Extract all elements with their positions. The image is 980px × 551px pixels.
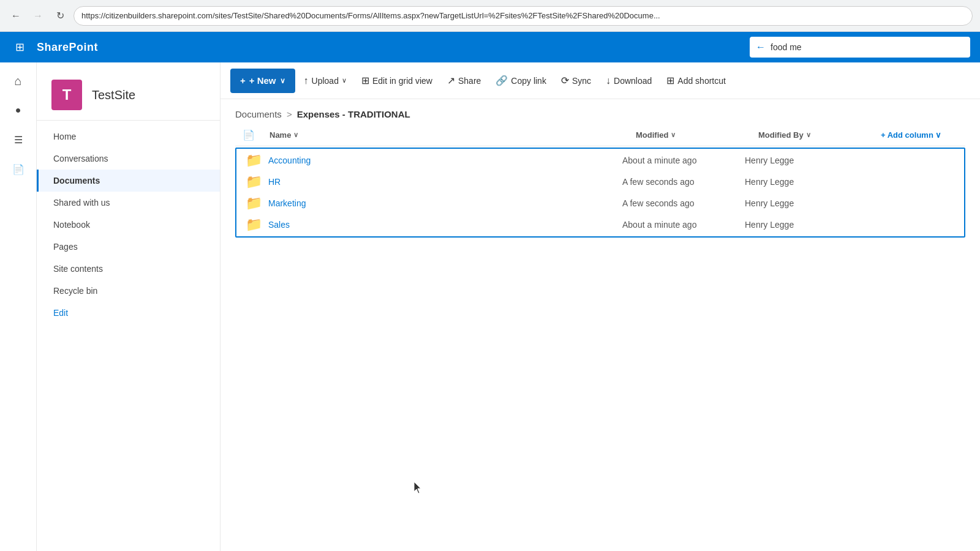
search-input[interactable] [771, 42, 964, 52]
folder-name[interactable]: Sales [268, 220, 290, 230]
address-bar[interactable]: https://citizenbuilders.sharepoint.com/s… [74, 6, 973, 26]
new-plus-icon: + [240, 75, 246, 86]
modified-cell: About a minute ago [622, 156, 745, 165]
site-title: TestSite [92, 88, 135, 102]
sync-button[interactable]: ⟳ Sync [555, 70, 597, 92]
col-modified-by-header[interactable]: Modified By ∨ [751, 124, 873, 146]
copy-link-icon: 🔗 [496, 75, 508, 86]
sync-label: Sync [572, 76, 591, 86]
col-add-header[interactable]: + Add column ∨ [873, 124, 965, 146]
sidebar-item-home[interactable]: Home [37, 126, 220, 148]
main-layout: ⌂ ● ☰ 📄 T TestSite Home Conversations Do… [0, 62, 980, 551]
modified-by-sort-icon: ∨ [806, 131, 811, 139]
sidebar-item-pages[interactable]: Pages [37, 236, 220, 258]
edit-grid-icon: ⊞ [361, 75, 369, 86]
content-area: + + New ∨ ↑ Upload ∨ ⊞ Edit in grid view… [221, 62, 980, 551]
col-name-header[interactable]: Name ∨ [262, 124, 628, 146]
forward-button[interactable]: → [29, 7, 47, 24]
edit-grid-button[interactable]: ⊞ Edit in grid view [355, 70, 439, 92]
refresh-button[interactable]: ↻ [51, 7, 69, 24]
add-shortcut-icon: ⊞ [666, 75, 674, 86]
breadcrumb-current: Expenses - TRADITIONAL [297, 109, 410, 119]
copy-link-button[interactable]: 🔗 Copy link [489, 70, 552, 92]
brand-name: SharePoint [37, 41, 98, 54]
sidebar-item-site-contents[interactable]: Site contents [37, 258, 220, 280]
sidebar-item-conversations[interactable]: Conversations [37, 148, 220, 170]
list-item[interactable]: 📁 Marketing A few seconds ago Henry Legg… [236, 193, 964, 214]
file-list: 📄 Name ∨ Modified [221, 124, 980, 551]
folder-icon: 📁 [246, 174, 262, 190]
new-label: + New [249, 75, 276, 86]
upload-label: Upload [312, 76, 339, 86]
folder-name[interactable]: HR [268, 177, 281, 187]
search-box[interactable]: ← [750, 37, 970, 58]
breadcrumb: Documents > Expenses - TRADITIONAL [221, 99, 980, 124]
modified-by-cell: Henry Legge [745, 220, 867, 230]
waffle-icon[interactable]: ⊞ [10, 37, 29, 57]
sidebar-item-documents[interactable]: Documents [37, 170, 220, 192]
home-icon[interactable]: ⌂ [5, 67, 32, 94]
upload-icon: ↑ [304, 75, 309, 86]
sites-icon[interactable]: ● [5, 97, 32, 124]
sync-icon: ⟳ [561, 75, 569, 86]
list-item[interactable]: 📁 HR A few seconds ago Henry Legge [236, 171, 964, 193]
file-table: 📄 Name ∨ Modified [235, 124, 965, 239]
modified-sort-icon: ∨ [671, 131, 676, 139]
modified-cell: A few seconds ago [622, 198, 745, 208]
col-file-type-header: 📄 [235, 124, 262, 146]
new-chevron-icon: ∨ [280, 77, 285, 85]
back-button[interactable]: ← [7, 7, 24, 24]
upload-button[interactable]: ↑ Upload ∨ [298, 70, 353, 92]
sidebar-item-edit[interactable]: Edit [37, 302, 220, 324]
sp-topbar: ⊞ SharePoint ← [0, 32, 980, 62]
new-button[interactable]: + + New ∨ [230, 69, 295, 93]
modified-by-cell: Henry Legge [745, 198, 867, 208]
url-text: https://citizenbuilders.sharepoint.com/s… [81, 11, 660, 20]
site-logo: T [51, 80, 82, 110]
modified-by-cell: Henry Legge [745, 177, 867, 187]
name-sort-icon: ∨ [293, 131, 298, 139]
upload-chevron-icon: ∨ [342, 77, 347, 84]
breadcrumb-separator: > [287, 109, 292, 119]
modified-cell: A few seconds ago [622, 177, 745, 187]
share-icon: ↗ [447, 75, 455, 86]
sidebar-item-shared-with-us[interactable]: Shared with us [37, 192, 220, 214]
sidebar-item-notebook[interactable]: Notebook [37, 214, 220, 236]
share-label: Share [458, 76, 481, 86]
list-item[interactable]: 📁 Accounting About a minute ago Henry Le… [236, 150, 964, 171]
col-modified-header[interactable]: Modified ∨ [628, 124, 751, 146]
sidebar: T TestSite Home Conversations Documents … [37, 62, 221, 551]
add-shortcut-label: Add shortcut [677, 76, 726, 86]
download-icon: ↓ [606, 75, 611, 86]
copy-link-label: Copy link [511, 76, 546, 86]
modified-by-cell: Henry Legge [745, 156, 867, 165]
toolbar: + + New ∨ ↑ Upload ∨ ⊞ Edit in grid view… [221, 62, 980, 99]
share-button[interactable]: ↗ Share [441, 70, 487, 92]
breadcrumb-root[interactable]: Documents [235, 109, 282, 119]
search-back-icon[interactable]: ← [756, 42, 766, 53]
download-label: Download [614, 76, 652, 86]
edit-grid-label: Edit in grid view [372, 76, 432, 86]
browser-bar: ← → ↻ https://citizenbuilders.sharepoint… [0, 0, 980, 32]
download-button[interactable]: ↓ Download [600, 70, 658, 92]
folder-name[interactable]: Accounting [268, 156, 311, 165]
sidebar-and-content: T TestSite Home Conversations Documents … [37, 62, 980, 551]
list-item[interactable]: 📁 Sales About a minute ago Henry Legge [236, 214, 964, 235]
add-col-chevron-icon: ∨ [935, 130, 941, 140]
folder-icon: 📁 [246, 195, 262, 211]
table-row[interactable]: 📁 Accounting About a minute ago Henry Le… [235, 146, 965, 239]
add-shortcut-button[interactable]: ⊞ Add shortcut [660, 70, 732, 92]
folder-name[interactable]: Marketing [268, 198, 306, 208]
folder-icon: 📁 [246, 217, 262, 233]
modified-cell: About a minute ago [622, 220, 745, 230]
document-icon[interactable]: 📄 [5, 156, 32, 182]
sidebar-item-recycle-bin[interactable]: Recycle bin [37, 280, 220, 302]
news-icon[interactable]: ☰ [5, 126, 32, 153]
folder-icon: 📁 [246, 152, 262, 168]
icon-rail: ⌂ ● ☰ 📄 [0, 62, 37, 551]
